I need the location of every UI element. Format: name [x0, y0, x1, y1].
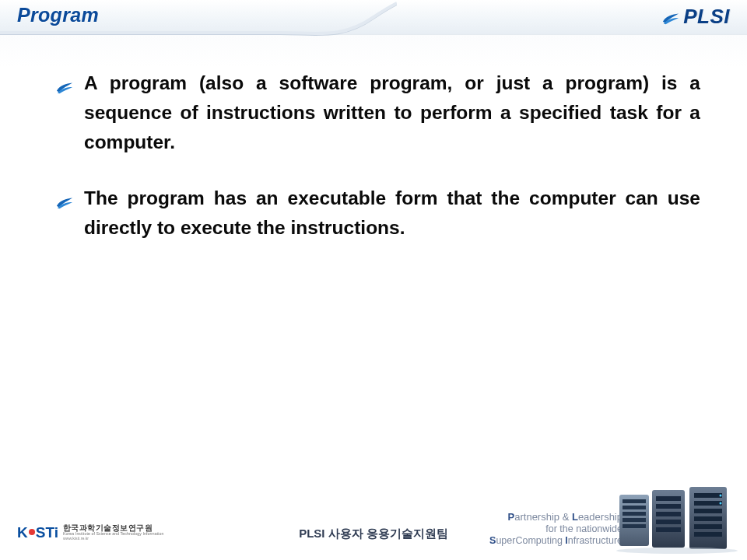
- page-title: Program: [17, 4, 99, 26]
- bullet-item: A program (also a software program, or j…: [56, 68, 700, 157]
- svg-rect-11: [656, 527, 681, 532]
- svg-rect-3: [622, 512, 646, 516]
- svg-rect-18: [694, 532, 722, 537]
- footer: KSTi 한국과학기술정보연구원 Korea Institute of Scie…: [0, 504, 747, 560]
- svg-point-20: [720, 502, 722, 505]
- svg-rect-17: [694, 524, 722, 529]
- tagline-line2: for the nationwide: [489, 523, 622, 536]
- brand-name: PLSI: [683, 5, 730, 29]
- tagline-word: artnership &: [514, 511, 572, 523]
- tagline-word: uperComputing: [496, 535, 565, 546]
- svg-rect-2: [622, 506, 646, 509]
- svg-point-19: [720, 495, 722, 497]
- svg-rect-1: [622, 499, 646, 503]
- svg-rect-5: [622, 524, 646, 528]
- svg-point-21: [616, 548, 738, 554]
- svg-rect-8: [656, 504, 681, 509]
- brand-logo: PLSI: [662, 5, 730, 29]
- slide: Program PLSI A program (also a software …: [0, 0, 747, 560]
- content-area: A program (also a software program, or j…: [56, 68, 700, 269]
- bullet-swoosh-icon: [56, 74, 73, 88]
- svg-rect-10: [656, 520, 681, 524]
- tagline-letter-p: P: [508, 511, 515, 523]
- brand-swoosh-icon: [662, 12, 679, 26]
- bullet-item: The program has an executable form that …: [56, 184, 700, 243]
- svg-rect-15: [694, 509, 722, 513]
- bullet-swoosh-icon: [56, 189, 73, 203]
- bullet-text: A program (also a software program, or j…: [84, 72, 700, 152]
- tagline-letter-l: L: [572, 511, 578, 523]
- svg-rect-7: [656, 496, 681, 501]
- bullet-text: The program has an executable form that …: [84, 187, 700, 238]
- server-rack-art: [615, 487, 739, 554]
- svg-rect-13: [694, 493, 722, 498]
- svg-rect-16: [694, 516, 722, 521]
- header-bar: Program PLSI: [0, 0, 747, 36]
- svg-rect-14: [694, 501, 722, 506]
- svg-rect-4: [622, 518, 646, 522]
- tagline: Partnership & Leadership for the nationw…: [489, 511, 622, 548]
- svg-rect-9: [656, 512, 681, 516]
